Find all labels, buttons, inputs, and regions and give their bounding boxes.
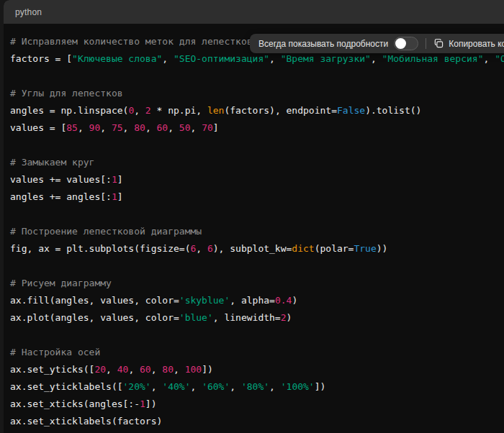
code-token: , [269,53,281,64]
code-token: 60 [157,122,168,133]
code-line: # Углы для лепестков [10,85,500,102]
code-token: ]) [145,398,157,409]
code-token: * np.pi, [151,105,207,116]
code-token: , [190,381,202,392]
copy-code-label: Копировать код [449,39,504,49]
code-token: ax.plot(angles, values, color= [10,312,179,323]
code-token: # Углы для лепестков [10,88,123,99]
code-line: # Настройка осей [10,344,500,361]
code-token: , [371,53,382,64]
code-token: 0.4 [275,295,292,306]
code-token: 6 [207,243,213,254]
code-token: ]) [315,381,326,392]
code-line: angles = np.linspace(0, 2 * np.pi, len(f… [10,102,500,119]
copy-icon [433,38,444,49]
code-token: 90 [89,122,101,133]
code-token: ), subplot_kw= [213,243,292,254]
code-token: "От [495,53,504,64]
code-token: '20%' [123,381,151,392]
code-token: "SEO-оптимизация" [174,53,269,64]
code-token: 1 [112,191,117,202]
code-token: 2 [281,312,287,323]
code-token: 40 [117,364,129,375]
code-token: , [100,122,112,133]
code-line [10,68,500,85]
code-token: dict [292,243,314,254]
code-token: "Ключевые слова" [72,53,162,64]
code-token: 80 [134,122,145,133]
code-token: 'skyblue' [179,295,230,306]
code-token: , [168,122,179,133]
code-token: , [230,381,241,392]
code-token: , [134,105,145,116]
code-token: , [483,53,495,64]
always-show-details-label: Всегда показывать подробности [258,39,388,49]
code-line: angles += angles[:1] [10,188,500,206]
code-token: # Рисуем диаграмму [10,278,112,288]
always-show-details-toggle[interactable] [394,37,418,50]
code-toolbar: Всегда показывать подробности Копировать… [250,34,504,53]
code-token: ] [117,174,123,185]
code-line: ax.set_xticks(angles[:-1]) [10,396,500,413]
code-token: (polar= [315,243,354,254]
code-token: 70 [202,122,213,133]
code-line: ax.set_yticklabels(['20%', '40%', '60%',… [10,378,500,396]
code-token: '60%' [202,381,230,392]
code-token: , [191,122,202,133]
code-line: values += values[:1] [10,171,500,188]
code-token: True [354,243,376,254]
code-line [10,327,500,344]
code-token: 'blue' [179,312,213,323]
code-token: angles = np.linspace( [10,105,128,116]
code-token: (factors), endpoint= [224,105,337,116]
code-line: fig, ax = plt.subplots(figsize=(6, 6), s… [10,240,500,257]
code-token: , [151,364,163,375]
code-token: 1 [112,174,117,185]
copy-code-button[interactable]: Копировать код [433,38,504,49]
code-line: ax.set_xticklabels(factors) [10,413,500,430]
code-token: 75 [112,122,123,133]
code-token: # Исправляем количество меток для лепест… [10,36,253,47]
code-token: angles += angles[: [10,191,112,202]
code-token: '40%' [162,381,190,392]
code-token: ] [213,122,219,133]
language-label: python [15,7,42,17]
code-token: len [207,105,224,116]
code-token: , [78,122,89,133]
code-token: , [123,122,135,133]
code-line: # Замыкаем круг [10,154,500,171]
code-token: , [128,364,140,375]
code-token: 2 [145,105,151,116]
code-token: # Замыкаем круг [10,157,94,168]
code-line [10,137,500,154]
code-line [10,206,500,223]
code-token: 80 [162,364,174,375]
code-token: ]) [202,364,213,375]
code-token: ] [117,191,123,202]
code-token: ) [292,295,297,306]
code-token: "Мобильная версия" [382,53,484,64]
code-token: values += values[: [10,174,112,185]
code-token: , [145,122,157,133]
code-line [10,257,500,275]
code-token: ax.set_yticklabels([ [10,381,123,392]
code-token: factors = [ [10,53,72,64]
code-token: ax.fill(angles, values, color= [10,295,179,306]
code-token: fig, ax = plt.subplots(figsize=( [10,243,190,254]
code-token: 50 [179,122,191,133]
code-token: , [106,364,117,375]
code-token: # Построение лепестковой диаграммы [10,226,202,237]
code-token: )) [377,243,388,254]
code-token: False [337,105,365,116]
code-line: ax.plot(angles, values, color='blue', li… [10,309,500,327]
code-line: values = [85, 90, 75, 80, 60, 50, 70] [10,119,500,137]
code-line: # Рисуем диаграмму [10,275,500,292]
code-line: ax.fill(angles, values, color='skyblue',… [10,292,500,309]
code-token: , [174,364,185,375]
code-token: ax.set_yticks([ [10,364,94,375]
code-block-header: python [4,0,504,24]
code-token: 85 [66,122,78,133]
code-token: , [151,381,163,392]
code-token: , [196,243,207,254]
toolbar-divider [426,38,426,49]
